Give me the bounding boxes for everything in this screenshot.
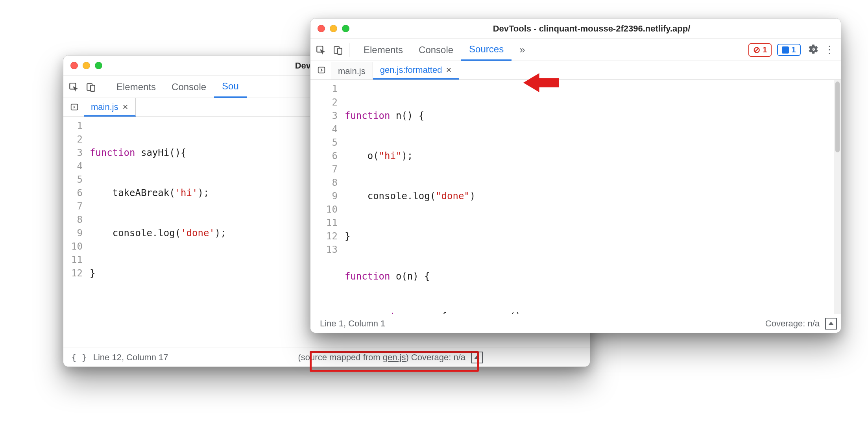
file-tab-main-js[interactable]: main.js [331, 62, 373, 80]
navigator-toggle-button[interactable] [314, 63, 329, 77]
file-tab-label: main.js [91, 102, 118, 112]
pretty-print-button[interactable]: { } [71, 352, 87, 362]
cursor-position: Line 1, Column 1 [320, 319, 385, 329]
window-controls [70, 62, 102, 69]
expand-drawer-button[interactable] [825, 318, 837, 330]
code-editor[interactable]: 12345678910111213 function n() { o("hi")… [310, 80, 841, 314]
close-window-button[interactable] [70, 62, 78, 69]
kebab-menu-button[interactable]: ⋮ [824, 44, 835, 56]
status-bar: Line 1, Column 1 Coverage: n/a [310, 314, 841, 333]
separator [349, 43, 349, 57]
annotation-highlight-sourcemap [310, 351, 479, 372]
inspect-element-button[interactable] [312, 41, 329, 59]
file-tabs-bar: main.js gen.js:formatted ✕ [310, 61, 841, 80]
line-gutter: 12345678910111213 [310, 80, 342, 333]
settings-button[interactable] [806, 44, 819, 56]
scrollbar-thumb[interactable] [835, 81, 840, 152]
device-toolbar-button[interactable] [329, 41, 347, 59]
panel-tab-console[interactable]: Console [164, 76, 214, 98]
panel-tab-sources[interactable]: Sou [214, 76, 247, 98]
inspect-element-button[interactable] [65, 78, 82, 96]
code-area[interactable]: function sayHi(){ takeABreak('hi'); cons… [87, 117, 265, 348]
zoom-window-button[interactable] [95, 62, 102, 69]
window-title: DevTools - clinquant-mousse-2f2396.netli… [349, 24, 834, 34]
svg-rect-2 [90, 85, 95, 91]
navigator-toggle-button[interactable] [67, 100, 81, 114]
titlebar: DevTools - clinquant-mousse-2f2396.netli… [310, 19, 841, 39]
file-tab-label: main.js [338, 66, 366, 76]
device-toolbar-button[interactable] [82, 78, 100, 96]
panel-tab-sources[interactable]: Sources [461, 39, 512, 61]
close-window-button[interactable] [318, 25, 325, 32]
minimize-window-button[interactable] [330, 25, 337, 32]
error-icon [753, 45, 760, 55]
errors-badge[interactable]: 1 [748, 43, 772, 57]
window-controls [318, 25, 349, 32]
issues-count: 1 [791, 45, 796, 54]
cursor-position: Line 12, Column 17 [93, 352, 168, 363]
panel-tab-elements[interactable]: Elements [109, 76, 164, 98]
panel-tabs: Elements Console Sources [352, 39, 533, 61]
errors-count: 1 [763, 45, 767, 54]
vertical-scrollbar[interactable] [834, 80, 841, 314]
devtools-window-front: DevTools - clinquant-mousse-2f2396.netli… [310, 18, 841, 333]
close-icon[interactable]: ✕ [122, 103, 128, 111]
minimize-window-button[interactable] [83, 62, 90, 69]
more-panels-button[interactable] [512, 39, 533, 61]
panel-tabs: Elements Console Sou [105, 76, 247, 98]
panel-tab-elements[interactable]: Elements [356, 39, 411, 61]
file-tab-main-js[interactable]: main.js ✕ [84, 98, 136, 117]
svg-rect-6 [338, 48, 342, 54]
issues-badge[interactable]: 1 [777, 44, 800, 56]
panel-tab-console[interactable]: Console [411, 39, 461, 61]
coverage-info: Coverage: n/a [765, 319, 820, 329]
svg-rect-8 [318, 67, 325, 73]
code-area[interactable]: function n() { o("hi"); console.log("don… [342, 80, 560, 333]
line-gutter: 123456789101112 [63, 117, 87, 348]
annotation-arrow [523, 69, 559, 96]
issue-icon [782, 46, 789, 54]
file-tab-label: gen.js:formatted [380, 65, 442, 75]
svg-marker-9 [523, 73, 559, 93]
close-icon[interactable]: ✕ [446, 66, 452, 74]
zoom-window-button[interactable] [342, 25, 349, 32]
panels-bar: Elements Console Sources 1 1 ⋮ [310, 39, 841, 61]
file-tab-gen-formatted[interactable]: gen.js:formatted ✕ [373, 61, 460, 80]
separator [102, 80, 102, 94]
